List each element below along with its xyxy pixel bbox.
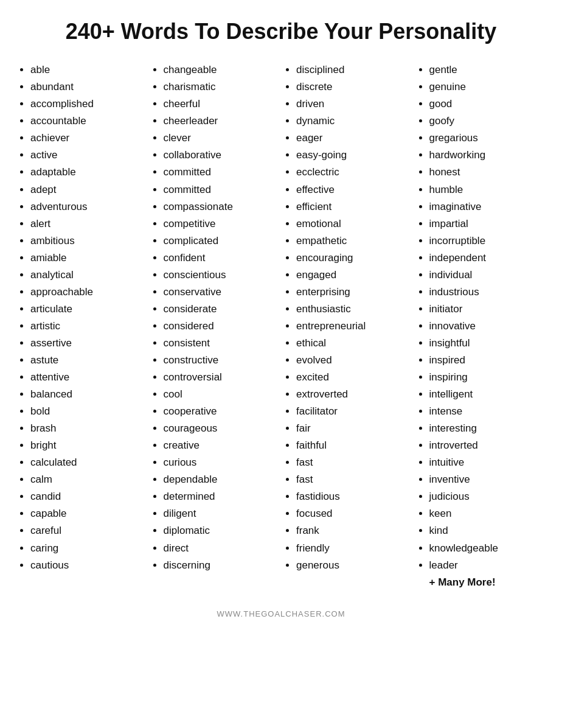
word-columns: ableabundantaccomplishedaccountableachie… xyxy=(18,61,544,590)
list-item: intense xyxy=(429,403,544,420)
list-item: confident xyxy=(164,250,279,267)
word-list-3: disciplineddiscretedrivendynamiceagereas… xyxy=(284,61,411,573)
list-item: intuitive xyxy=(429,454,544,471)
list-item: consistent xyxy=(164,335,279,352)
column-3: disciplineddiscretedrivendynamiceagereas… xyxy=(284,61,411,590)
list-item: achiever xyxy=(30,130,145,147)
word-list-4: gentlegenuinegoodgoofygregarioushardwork… xyxy=(417,61,544,573)
list-item: enterprising xyxy=(296,284,411,301)
list-item: enthusiastic xyxy=(296,301,411,318)
list-item: collaborative xyxy=(164,147,279,164)
list-item: committed xyxy=(164,164,279,181)
list-item: disciplined xyxy=(296,61,411,79)
list-item: caring xyxy=(30,540,145,557)
list-item: amiable xyxy=(30,250,145,267)
list-item: excited xyxy=(296,369,411,386)
list-item: cheerful xyxy=(164,96,279,113)
list-item: adaptable xyxy=(30,164,145,181)
list-item: honest xyxy=(429,164,544,181)
list-item: competitive xyxy=(164,215,279,233)
list-item: diligent xyxy=(164,505,279,522)
list-item: courageous xyxy=(164,420,279,437)
list-item: facilitator xyxy=(296,403,411,420)
list-item: easy-going xyxy=(296,147,411,164)
list-item: empathetic xyxy=(296,233,411,250)
list-item: knowledgeable xyxy=(429,540,544,557)
list-item: astute xyxy=(30,352,145,369)
list-item: keen xyxy=(429,505,544,522)
list-item: charismatic xyxy=(164,79,279,96)
list-item: balanced xyxy=(30,386,145,403)
extra-note: + Many More! xyxy=(417,574,544,591)
list-item: careful xyxy=(30,522,145,539)
list-item: adventurous xyxy=(30,198,145,215)
list-item: dependable xyxy=(164,471,279,488)
list-item: capable xyxy=(30,505,145,522)
list-item: effective xyxy=(296,181,411,198)
list-item: goofy xyxy=(429,113,544,130)
list-item: assertive xyxy=(30,335,145,352)
list-item: considerate xyxy=(164,301,279,318)
list-item: humble xyxy=(429,181,544,198)
list-item: constructive xyxy=(164,352,279,369)
list-item: clever xyxy=(164,130,279,147)
list-item: conservative xyxy=(164,284,279,301)
list-item: curious xyxy=(164,454,279,471)
list-item: calculated xyxy=(30,454,145,471)
list-item: changeable xyxy=(164,61,279,79)
list-item: driven xyxy=(296,96,411,113)
list-item: adept xyxy=(30,181,145,198)
list-item: faithful xyxy=(296,437,411,454)
list-item: kind xyxy=(429,522,544,539)
list-item: artistic xyxy=(30,318,145,335)
list-item: cool xyxy=(164,386,279,403)
list-item: individual xyxy=(429,267,544,284)
list-item: eager xyxy=(296,130,411,147)
list-item: focused xyxy=(296,505,411,522)
list-item: inspired xyxy=(429,352,544,369)
list-item: hardworking xyxy=(429,147,544,164)
list-item: insightful xyxy=(429,335,544,352)
list-item: fast xyxy=(296,454,411,471)
list-item: discerning xyxy=(164,557,279,574)
list-item: dynamic xyxy=(296,113,411,130)
list-item: ambitious xyxy=(30,233,145,250)
list-item: introverted xyxy=(429,437,544,454)
list-item: creative xyxy=(164,437,279,454)
list-item: brash xyxy=(30,420,145,437)
list-item: innovative xyxy=(429,318,544,335)
page-wrapper: 240+ Words To Describe Your Personality … xyxy=(0,0,562,631)
list-item: articulate xyxy=(30,301,145,318)
list-item: encouraging xyxy=(296,250,411,267)
list-item: incorruptible xyxy=(429,233,544,250)
list-item: emotional xyxy=(296,215,411,233)
list-item: frank xyxy=(296,522,411,539)
list-item: compassionate xyxy=(164,198,279,215)
list-item: alert xyxy=(30,215,145,233)
list-item: accountable xyxy=(30,113,145,130)
list-item: able xyxy=(30,61,145,79)
list-item: cautious xyxy=(30,557,145,574)
list-item: discrete xyxy=(296,79,411,96)
list-item: ecclectric xyxy=(296,164,411,181)
list-item: candid xyxy=(30,488,145,505)
list-item: determined xyxy=(164,488,279,505)
list-item: controversial xyxy=(164,369,279,386)
list-item: calm xyxy=(30,471,145,488)
list-item: conscientious xyxy=(164,267,279,284)
list-item: efficient xyxy=(296,198,411,215)
list-item: initiator xyxy=(429,301,544,318)
list-item: attentive xyxy=(30,369,145,386)
list-item: gentle xyxy=(429,61,544,79)
list-item: friendly xyxy=(296,540,411,557)
list-item: gregarious xyxy=(429,130,544,147)
list-item: cooperative xyxy=(164,403,279,420)
column-4: gentlegenuinegoodgoofygregarioushardwork… xyxy=(417,61,544,590)
list-item: imaginative xyxy=(429,198,544,215)
list-item: complicated xyxy=(164,233,279,250)
list-item: engaged xyxy=(296,267,411,284)
page-title: 240+ Words To Describe Your Personality xyxy=(66,18,497,44)
list-item: active xyxy=(30,147,145,164)
list-item: evolved xyxy=(296,352,411,369)
list-item: approachable xyxy=(30,284,145,301)
